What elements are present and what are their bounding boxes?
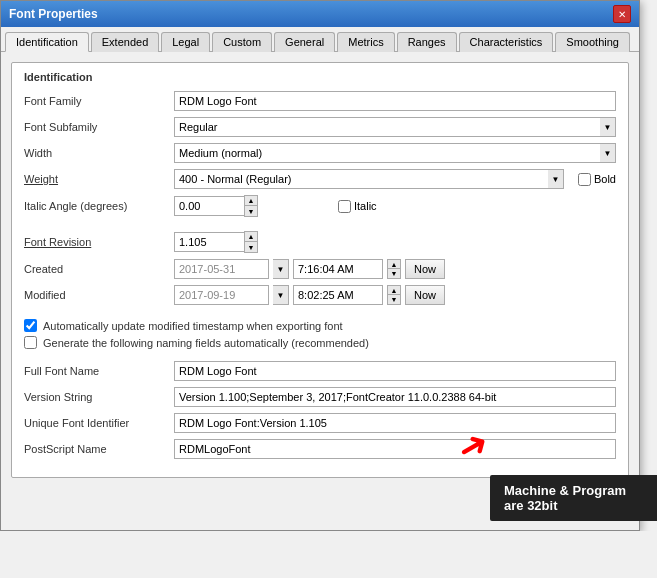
- font-revision-down[interactable]: ▼: [245, 242, 257, 252]
- italic-checkbox[interactable]: [338, 200, 351, 213]
- weight-label: Weight: [24, 173, 174, 185]
- content-area: Identification Font Family Font Subfamil…: [1, 52, 639, 530]
- tab-extended[interactable]: Extended: [91, 32, 159, 52]
- identification-group-label: Identification: [24, 71, 616, 83]
- unique-font-id-label: Unique Font Identifier: [24, 417, 174, 429]
- auto-update-row: Automatically update modified timestamp …: [24, 319, 616, 332]
- tabs-container: Identification Extended Legal Custom Gen…: [1, 27, 639, 52]
- font-family-input[interactable]: [174, 91, 616, 111]
- full-font-name-row: Full Font Name: [24, 361, 616, 381]
- font-revision-up[interactable]: ▲: [245, 232, 257, 242]
- created-time-down[interactable]: ▼: [388, 269, 400, 278]
- width-container: ▼: [174, 143, 616, 163]
- modified-row: Modified ▼ ▲ ▼ Now: [24, 285, 616, 305]
- window-title: Font Properties: [9, 7, 98, 21]
- created-date-input[interactable]: [174, 259, 269, 279]
- unique-font-id-input[interactable]: [174, 413, 616, 433]
- font-revision-row: Font Revision ▲ ▼: [24, 231, 616, 253]
- italic-angle-container: ▲ ▼ Italic: [174, 195, 616, 217]
- width-label: Width: [24, 147, 174, 159]
- auto-update-label: Automatically update modified timestamp …: [43, 320, 343, 332]
- font-revision-spinbtns: ▲ ▼: [244, 231, 258, 253]
- weight-dropdown[interactable]: ▼: [548, 169, 564, 189]
- width-dropdown[interactable]: ▼: [600, 143, 616, 163]
- font-revision-label: Font Revision: [24, 236, 174, 248]
- width-row: Width ▼: [24, 143, 616, 163]
- width-input[interactable]: [174, 143, 600, 163]
- font-subfamily-input[interactable]: [174, 117, 600, 137]
- generate-naming-label: Generate the following naming fields aut…: [43, 337, 369, 349]
- created-time-input[interactable]: [293, 259, 383, 279]
- created-date-container: ▼ ▲ ▼ Now: [174, 259, 445, 279]
- tab-custom[interactable]: Custom: [212, 32, 272, 52]
- annotation-box: Machine & Programare 32bit: [490, 475, 657, 521]
- italic-angle-spin: ▲ ▼: [174, 195, 258, 217]
- bold-checkbox[interactable]: [578, 173, 591, 186]
- italic-angle-down[interactable]: ▼: [245, 206, 257, 216]
- font-family-row: Font Family: [24, 91, 616, 111]
- modified-date-dropdown[interactable]: ▼: [273, 285, 289, 305]
- version-string-row: Version String: [24, 387, 616, 407]
- italic-label: Italic: [354, 200, 377, 212]
- bold-container: Bold: [578, 173, 616, 186]
- font-revision-input[interactable]: [174, 232, 244, 252]
- tab-smoothing[interactable]: Smoothing: [555, 32, 630, 52]
- italic-angle-row: Italic Angle (degrees) ▲ ▼ Italic: [24, 195, 616, 217]
- modified-time-spinbtns: ▲ ▼: [387, 285, 401, 305]
- created-now-button[interactable]: Now: [405, 259, 445, 279]
- created-label: Created: [24, 263, 174, 275]
- font-subfamily-label: Font Subfamily: [24, 121, 174, 133]
- title-bar: Font Properties ✕: [1, 1, 639, 27]
- weight-row: Weight ▼ Bold: [24, 169, 616, 189]
- tab-characteristics[interactable]: Characteristics: [459, 32, 554, 52]
- postscript-name-row: PostScript Name: [24, 439, 616, 459]
- created-time-up[interactable]: ▲: [388, 260, 400, 269]
- tab-metrics[interactable]: Metrics: [337, 32, 394, 52]
- italic-angle-label: Italic Angle (degrees): [24, 200, 174, 212]
- font-revision-spin: ▲ ▼: [174, 231, 258, 253]
- modified-date-container: ▼ ▲ ▼ Now: [174, 285, 445, 305]
- created-time-spinbtns: ▲ ▼: [387, 259, 401, 279]
- unique-font-id-row: Unique Font Identifier: [24, 413, 616, 433]
- title-controls: ✕: [613, 5, 631, 23]
- italic-angle-spinbtns: ▲ ▼: [244, 195, 258, 217]
- created-date-dropdown[interactable]: ▼: [273, 259, 289, 279]
- font-family-label: Font Family: [24, 95, 174, 107]
- auto-update-checkbox[interactable]: [24, 319, 37, 332]
- modified-now-button[interactable]: Now: [405, 285, 445, 305]
- created-row: Created ▼ ▲ ▼ Now: [24, 259, 616, 279]
- bold-label: Bold: [594, 173, 616, 185]
- italic-angle-input[interactable]: [174, 196, 244, 216]
- version-string-label: Version String: [24, 391, 174, 403]
- generate-naming-row: Generate the following naming fields aut…: [24, 336, 616, 349]
- tab-general[interactable]: General: [274, 32, 335, 52]
- modified-time-input[interactable]: [293, 285, 383, 305]
- font-properties-window: Font Properties ✕ Identification Extende…: [0, 0, 640, 531]
- italic-container: Italic: [338, 200, 377, 213]
- font-subfamily-container: ▼: [174, 117, 616, 137]
- modified-time-up[interactable]: ▲: [388, 286, 400, 295]
- modified-label: Modified: [24, 289, 174, 301]
- postscript-name-label: PostScript Name: [24, 443, 174, 455]
- identification-group: Identification Font Family Font Subfamil…: [11, 62, 629, 478]
- tab-identification[interactable]: Identification: [5, 32, 89, 52]
- modified-date-input[interactable]: [174, 285, 269, 305]
- tab-ranges[interactable]: Ranges: [397, 32, 457, 52]
- version-string-input[interactable]: [174, 387, 616, 407]
- tab-legal[interactable]: Legal: [161, 32, 210, 52]
- full-font-name-input[interactable]: [174, 361, 616, 381]
- close-button[interactable]: ✕: [613, 5, 631, 23]
- font-subfamily-dropdown[interactable]: ▼: [600, 117, 616, 137]
- postscript-name-input[interactable]: [174, 439, 616, 459]
- font-subfamily-row: Font Subfamily ▼: [24, 117, 616, 137]
- italic-angle-up[interactable]: ▲: [245, 196, 257, 206]
- weight-input[interactable]: [174, 169, 548, 189]
- generate-naming-checkbox[interactable]: [24, 336, 37, 349]
- full-font-name-label: Full Font Name: [24, 365, 174, 377]
- weight-container: ▼ Bold: [174, 169, 616, 189]
- modified-time-down[interactable]: ▼: [388, 295, 400, 304]
- annotation-text: Machine & Programare 32bit: [504, 483, 626, 513]
